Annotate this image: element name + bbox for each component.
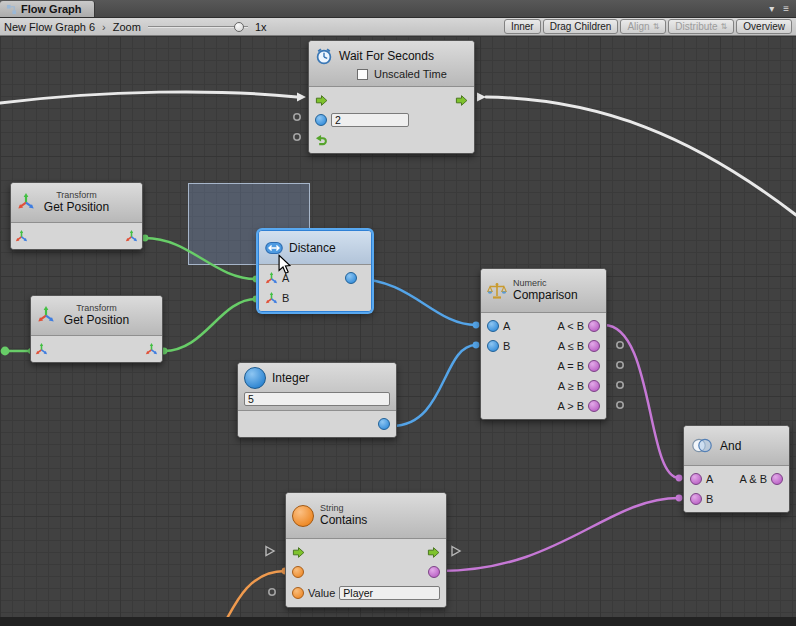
a-greaterequal-b-port[interactable]: [588, 380, 600, 392]
node-get-position-1[interactable]: Transform Get Position: [10, 182, 143, 250]
unconnected-port-icon[interactable]: [617, 362, 623, 368]
seconds-port[interactable]: [315, 114, 327, 126]
flow-in-port-icon[interactable]: [292, 546, 305, 559]
port-label-a: A: [503, 320, 510, 332]
zoom-slider[interactable]: [148, 21, 248, 33]
unconnected-port-icon[interactable]: [294, 114, 300, 120]
wire-contains-to-and-b: [440, 498, 679, 571]
venn-and-icon: [690, 438, 714, 453]
output-label: A > B: [557, 400, 584, 412]
node-integer[interactable]: Integer: [237, 362, 397, 438]
vector-b-port-icon[interactable]: [265, 292, 278, 305]
position-output-port-icon[interactable]: [145, 343, 158, 356]
zoom-value: 1x: [255, 21, 267, 33]
string-target-port[interactable]: [292, 566, 304, 578]
breadcrumb-chevron-icon: ›: [102, 21, 106, 33]
port-dot[interactable]: [473, 322, 480, 329]
transform-input-port-icon[interactable]: [15, 230, 28, 243]
position-output-port-icon[interactable]: [125, 230, 138, 243]
distribute-button[interactable]: Distribute⇅: [668, 19, 734, 34]
zoom-slider-handle[interactable]: [234, 22, 244, 32]
unconnected-port-icon[interactable]: [617, 382, 623, 388]
unconnected-port-icon[interactable]: [617, 402, 623, 408]
vector-a-port-icon[interactable]: [265, 272, 278, 285]
loop-flow-port-icon[interactable]: [315, 134, 328, 147]
integer-value-input[interactable]: [244, 392, 390, 406]
and-b-port[interactable]: [690, 493, 702, 505]
timer-clock-icon: [315, 47, 333, 65]
wire-offscreen-to-contains-input: [222, 571, 285, 617]
wire-getposition-a-to-distance-a: [145, 238, 256, 279]
and-result-port[interactable]: [771, 473, 783, 485]
wire-getposition-b-to-distance-b: [164, 299, 256, 351]
flow-graph-tab[interactable]: Flow Graph: [0, 1, 95, 17]
port-dot[interactable]: [676, 495, 683, 502]
zoom-label: Zoom: [113, 21, 141, 33]
wire-comparison-to-and-a: [604, 325, 679, 478]
wire-distance-to-comparison-a: [356, 279, 476, 325]
a-equal-b-port[interactable]: [588, 360, 600, 372]
window-title: Flow Graph: [21, 3, 82, 15]
port-dot[interactable]: [473, 342, 480, 349]
unscaled-time-checkbox[interactable]: [357, 69, 368, 80]
contains-result-port[interactable]: [428, 566, 440, 578]
node-get-position-2[interactable]: Transform Get Position: [30, 295, 163, 363]
inner-button[interactable]: Inner: [504, 19, 541, 34]
wire-flow-entry: [0, 92, 297, 103]
port-dot[interactable]: [1, 347, 10, 356]
seconds-input[interactable]: [331, 113, 409, 127]
wire-integer-to-comparison-b: [392, 345, 476, 426]
a-greater-b-port[interactable]: [588, 400, 600, 412]
output-label: A & B: [739, 473, 767, 485]
string-type-icon: [292, 505, 314, 527]
a-lessequal-b-port[interactable]: [588, 340, 600, 352]
align-button[interactable]: Align⇅: [620, 19, 666, 34]
graph-toolbar: New Flow Graph 6 › Zoom 1x Inner Drag Ch…: [0, 18, 796, 36]
unscaled-time-label: Unscaled Time: [374, 68, 447, 80]
integer-output-port[interactable]: [378, 418, 390, 430]
overview-button[interactable]: Overview: [736, 19, 792, 34]
flow-in-port-icon[interactable]: [315, 94, 328, 107]
flow-arrowhead-out-icon: [477, 93, 486, 102]
panel-menu-icon[interactable]: ≡: [783, 3, 789, 14]
graph-canvas[interactable]: Wait For Seconds Unscaled Time: [0, 36, 796, 617]
and-a-port[interactable]: [690, 473, 702, 485]
value-input[interactable]: [339, 586, 440, 600]
panel-dropdown-icon[interactable]: ▾: [769, 3, 774, 14]
flow-out-port-icon[interactable]: [427, 546, 440, 559]
node-and[interactable]: And A A & B B: [683, 425, 790, 513]
node-string-contains[interactable]: String Contains Value: [285, 492, 447, 608]
output-label: A < B: [557, 320, 584, 332]
breadcrumb[interactable]: New Flow Graph 6: [4, 21, 95, 33]
window-bottom-edge: [0, 617, 796, 626]
flow-graph-icon: [6, 4, 17, 15]
unconnected-port-icon[interactable]: [294, 134, 300, 140]
unconnected-flow-icon[interactable]: [452, 547, 460, 556]
node-wait-for-seconds[interactable]: Wait For Seconds Unscaled Time: [308, 40, 475, 154]
port-dot[interactable]: [676, 475, 683, 482]
node-title: Contains: [320, 514, 367, 528]
drag-children-button[interactable]: Drag Children: [543, 19, 619, 34]
transform-axis-icon: [37, 306, 55, 324]
flow-arrowhead-in-icon: [297, 93, 306, 102]
unconnected-port-icon[interactable]: [617, 342, 623, 348]
distance-output-port[interactable]: [345, 272, 357, 284]
a-less-b-port[interactable]: [588, 320, 600, 332]
value-port[interactable]: [292, 587, 304, 599]
comparison-a-port[interactable]: [487, 320, 499, 332]
transform-input-port-icon[interactable]: [35, 343, 48, 356]
unconnected-flow-icon[interactable]: [266, 547, 274, 556]
integer-type-icon: [244, 367, 266, 389]
node-distance[interactable]: Distance A B: [258, 230, 372, 312]
output-label: A ≤ B: [558, 340, 584, 352]
port-label-b: B: [282, 292, 289, 304]
node-title: And: [720, 439, 741, 453]
zoom-slider-track[interactable]: [148, 26, 248, 28]
node-numeric-comparison[interactable]: Numeric Comparison A A < B B A ≤ B A: [480, 268, 607, 420]
value-label: Value: [308, 587, 335, 599]
unconnected-port-icon[interactable]: [269, 589, 275, 595]
node-title: Comparison: [513, 289, 578, 303]
flow-out-port-icon[interactable]: [455, 94, 468, 107]
transform-axis-icon: [17, 193, 35, 211]
comparison-b-port[interactable]: [487, 340, 499, 352]
